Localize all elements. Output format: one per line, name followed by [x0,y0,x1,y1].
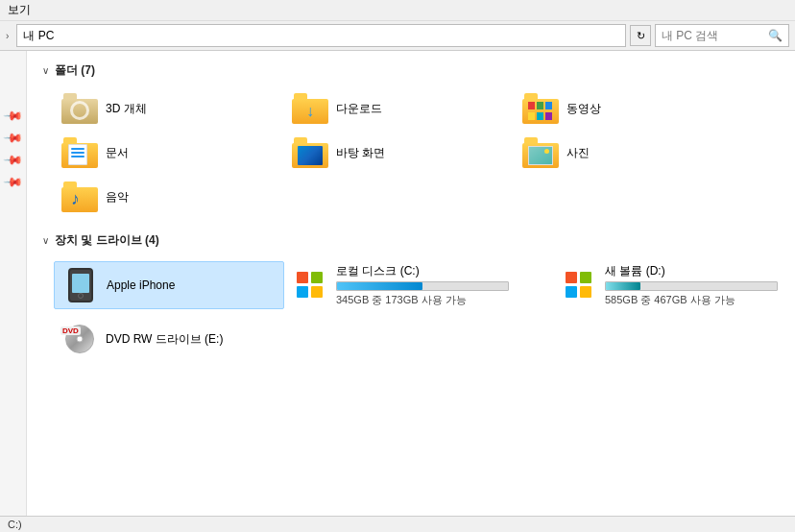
devices-row-1: Apple iPhone 로컬 디스크 (C:) [54,258,780,312]
drive-c-content: 로컬 디스크 (C:) 345GB 중 173GB 사용 가능 [336,263,545,307]
folder-3d-icon [61,93,98,124]
folder-video[interactable]: 동영상 [515,88,745,129]
folder-3d[interactable]: 3D 개체 [54,88,284,129]
folder-photo-icon [522,137,559,168]
search-input[interactable] [662,29,764,42]
windows-logo-d [561,267,597,303]
status-bar: C:) [0,516,795,532]
drive-c-bar-fill [337,282,422,290]
folder-download[interactable]: ↓ 다운로드 [284,88,515,129]
folder-music-icon: ♪ [61,181,98,212]
folder-wallpaper-label: 바탕 화면 [336,145,385,161]
devices-section-header: ∨ 장치 및 드라이브 (4) [42,232,780,249]
drive-d-info: 585GB 중 467GB 사용 가능 [605,293,795,307]
folder-3d-label: 3D 개체 [106,101,147,117]
folders-section-title: 폴더 (7) [55,62,95,79]
devices-section-title: 장치 및 드라이브 (4) [55,232,159,249]
device-apple-iphone[interactable]: Apple iPhone [54,261,284,309]
folder-photo-label: 사진 [566,145,590,161]
dvd-icon: DVD [61,321,98,357]
folder-video-icon [522,93,559,124]
pin-icon-4[interactable]: 📌 [3,172,24,193]
address-bar: › ↻ 🔍 [0,21,795,51]
content-area: ∨ 폴더 (7) 3D 개체 ↓ 다운로드 [27,51,795,516]
drive-d-name: 새 볼륨 (D:) [605,263,795,279]
folder-document-label: 문서 [106,145,129,161]
folder-photo[interactable]: 사진 [515,133,745,173]
pin-icon-2[interactable]: 📌 [3,128,24,149]
folders-grid: 3D 개체 ↓ 다운로드 [54,88,780,217]
folder-music[interactable]: ♪ 음악 [54,177,284,217]
iphone-icon [62,267,99,303]
drive-d-bar-fill [606,282,640,290]
pin-icon-3[interactable]: 📌 [3,150,24,171]
folders-toggle[interactable]: ∨ [42,65,49,76]
drive-c-bar-bg [336,281,509,291]
main-area: 📌 📌 📌 📌 ∨ 폴더 (7) 3D 개체 [0,51,795,516]
device-dvd-label: DVD RW 드라이브 (E:) [106,331,223,348]
device-dvd[interactable]: DVD DVD RW 드라이브 (E:) [54,316,284,362]
device-iphone-label: Apple iPhone [107,278,175,292]
folder-wallpaper[interactable]: 바탕 화면 [284,133,515,173]
menu-item-view[interactable]: 보기 [8,2,31,18]
drive-c-name: 로컬 디스크 (C:) [336,263,545,279]
devices-toggle[interactable]: ∨ [42,235,49,246]
nav-arrow[interactable]: › [6,31,9,41]
drive-c-info: 345GB 중 173GB 사용 가능 [336,293,545,307]
folder-download-icon: ↓ [292,93,328,124]
devices-row-2: DVD DVD RW 드라이브 (E:) [54,316,780,362]
devices-grid: Apple iPhone 로컬 디스크 (C:) [54,258,780,362]
folder-document-icon [61,137,98,168]
refresh-button[interactable]: ↻ [630,25,651,46]
folder-music-label: 음악 [106,189,129,206]
folders-section-header: ∨ 폴더 (7) [42,62,780,79]
folder-download-label: 다운로드 [336,101,382,117]
folder-document[interactable]: 문서 [54,133,284,173]
device-local-disk-c[interactable]: 로컬 디스크 (C:) 345GB 중 173GB 사용 가능 [284,258,553,312]
sidebar: 📌 📌 📌 📌 [0,51,27,516]
drive-d-content: 새 볼륨 (D:) 585GB 중 467GB 사용 가능 [605,263,795,307]
folder-wallpaper-icon [292,137,328,168]
menu-bar: 보기 [0,0,795,21]
search-box: 🔍 [655,24,789,47]
address-input[interactable] [16,24,626,47]
search-icon: 🔍 [768,29,783,42]
windows-logo-c [292,267,328,303]
status-text: C:) [8,519,22,530]
drive-d-bar-bg [605,281,778,291]
device-new-volume-d[interactable]: 새 볼륨 (D:) 585GB 중 467GB 사용 가능 [553,258,795,312]
folder-video-label: 동영상 [566,101,601,117]
pin-icon-1[interactable]: 📌 [3,106,24,127]
